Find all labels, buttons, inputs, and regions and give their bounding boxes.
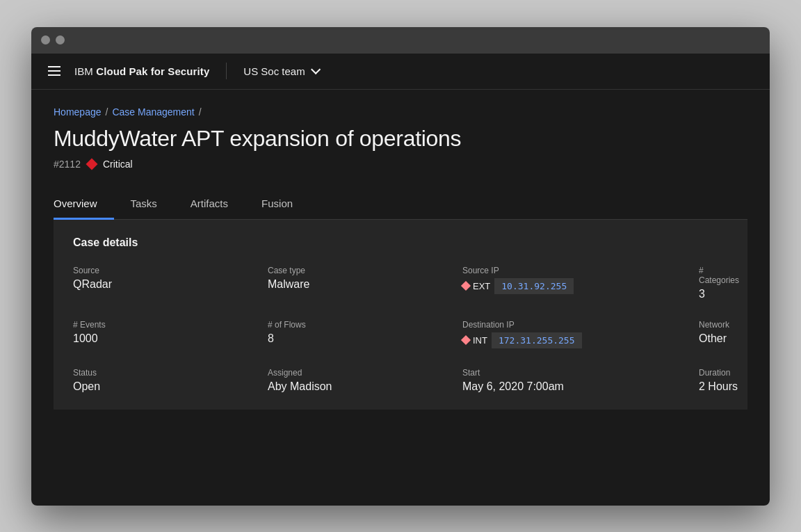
label-categories: # Categories bbox=[699, 266, 739, 285]
field-network: Network Other bbox=[699, 320, 739, 348]
value-flows: 8 bbox=[268, 332, 462, 345]
traffic-light-close[interactable] bbox=[41, 35, 50, 45]
top-nav: IBM Cloud Pak for Security US Soc team bbox=[31, 54, 770, 90]
nav-divider bbox=[226, 63, 227, 79]
case-details-section: Case details Source QRadar Case type Mal… bbox=[54, 220, 747, 410]
hamburger-menu-button[interactable] bbox=[45, 63, 63, 79]
label-network: Network bbox=[699, 320, 739, 330]
value-events: 1000 bbox=[73, 332, 268, 345]
dest-ip-field: INT 172.31.255.255 bbox=[462, 332, 699, 348]
app-window: IBM Cloud Pak for Security US Soc team H… bbox=[31, 27, 770, 506]
severity-icon bbox=[86, 158, 97, 170]
field-source-ip: Source IP EXT 10.31.92.255 bbox=[462, 266, 699, 300]
tab-artifacts[interactable]: Artifacts bbox=[191, 189, 245, 220]
label-events: # Events bbox=[73, 320, 268, 330]
label-duration: Duration bbox=[699, 368, 739, 378]
value-categories: 3 bbox=[699, 288, 739, 300]
page-title: MuddyWater APT expansion of operations bbox=[54, 126, 747, 152]
field-events: # Events 1000 bbox=[73, 320, 268, 348]
breadcrumb-homepage[interactable]: Homepage bbox=[54, 106, 102, 118]
breadcrumb-case-management[interactable]: Case Management bbox=[112, 106, 194, 118]
source-ip-badge: EXT bbox=[462, 281, 490, 291]
dest-ip-value: 172.31.255.255 bbox=[492, 332, 582, 348]
case-id: #2112 bbox=[54, 159, 81, 170]
value-source: QRadar bbox=[73, 278, 268, 291]
label-source-ip: Source IP bbox=[462, 266, 699, 275]
value-duration: 2 Hours bbox=[699, 380, 739, 393]
value-status: Open bbox=[73, 380, 268, 393]
breadcrumb: Homepage / Case Management / bbox=[54, 106, 747, 118]
case-details-title: Case details bbox=[73, 236, 728, 249]
source-ip-value: 10.31.92.255 bbox=[494, 278, 574, 294]
label-start: Start bbox=[462, 368, 699, 378]
field-dest-ip: Destination IP INT 172.31.255.255 bbox=[462, 320, 699, 348]
brand-name: IBM Cloud Pak for Security bbox=[74, 65, 209, 77]
chevron-down-icon bbox=[311, 65, 321, 74]
source-ip-field: EXT 10.31.92.255 bbox=[462, 278, 699, 294]
value-assigned: Aby Madison bbox=[268, 380, 462, 393]
breadcrumb-sep-2: / bbox=[199, 106, 202, 118]
value-network: Other bbox=[699, 332, 739, 345]
window-titlebar bbox=[31, 27, 770, 54]
field-assigned: Assigned Aby Madison bbox=[268, 368, 462, 393]
traffic-light-minimize[interactable] bbox=[56, 35, 65, 45]
tab-tasks[interactable]: Tasks bbox=[131, 189, 174, 220]
tab-fusion[interactable]: Fusion bbox=[261, 189, 309, 220]
team-selector[interactable]: US Soc team bbox=[243, 65, 317, 77]
label-assigned: Assigned bbox=[268, 368, 462, 378]
value-case-type: Malware bbox=[268, 278, 462, 291]
label-case-type: Case type bbox=[268, 266, 462, 275]
team-name-label: US Soc team bbox=[243, 65, 305, 77]
label-status: Status bbox=[73, 368, 268, 378]
field-flows: # of Flows 8 bbox=[268, 320, 462, 348]
dest-ip-badge: INT bbox=[462, 335, 487, 346]
label-flows: # of Flows bbox=[268, 320, 462, 330]
field-categories: # Categories 3 bbox=[699, 266, 739, 300]
field-source: Source QRadar bbox=[73, 266, 268, 300]
field-status: Status Open bbox=[73, 368, 268, 393]
tab-overview[interactable]: Overview bbox=[54, 189, 114, 220]
app-body: IBM Cloud Pak for Security US Soc team H… bbox=[31, 54, 770, 506]
field-duration: Duration 2 Hours bbox=[699, 368, 739, 393]
severity-label: Critical bbox=[103, 159, 133, 170]
source-ip-diamond-icon bbox=[461, 281, 471, 291]
field-start: Start May 6, 2020 7:00am bbox=[462, 368, 699, 393]
dest-ip-badge-label: INT bbox=[473, 335, 487, 346]
field-case-type: Case type Malware bbox=[268, 266, 462, 300]
details-grid: Source QRadar Case type Malware Source I… bbox=[73, 266, 728, 393]
label-source: Source bbox=[73, 266, 268, 275]
source-ip-badge-label: EXT bbox=[473, 281, 490, 291]
case-meta: #2112 Critical bbox=[54, 159, 747, 170]
value-start: May 6, 2020 7:00am bbox=[462, 380, 699, 393]
dest-ip-diamond-icon bbox=[461, 335, 471, 345]
tabs-bar: Overview Tasks Artifacts Fusion bbox=[54, 189, 747, 220]
content-area: Homepage / Case Management / MuddyWater … bbox=[31, 90, 770, 410]
label-dest-ip: Destination IP bbox=[462, 320, 699, 330]
breadcrumb-sep-1: / bbox=[106, 106, 108, 118]
